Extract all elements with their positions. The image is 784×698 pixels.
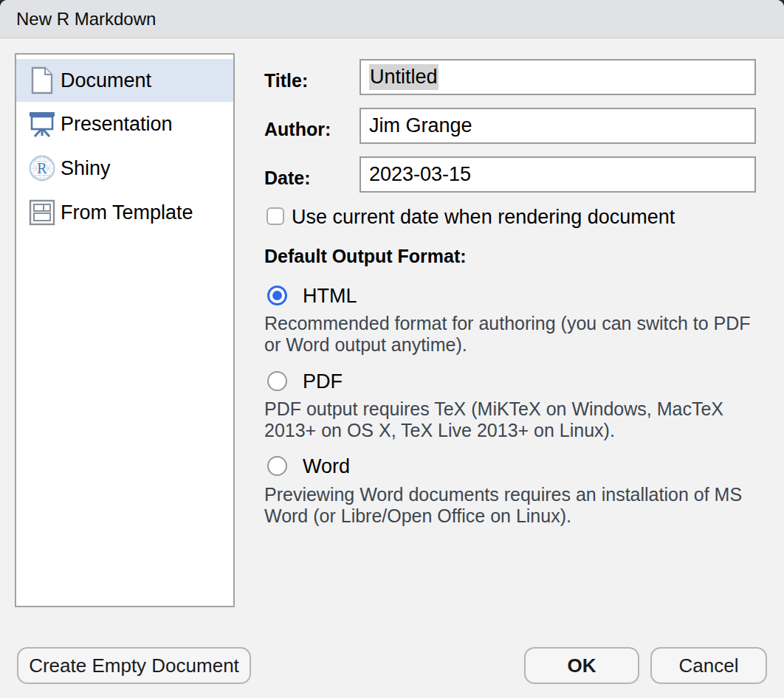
sidebar-item-label: Presentation (61, 113, 173, 136)
author-input[interactable]: Jim Grange (360, 108, 756, 144)
author-label: Author: (264, 119, 331, 140)
use-current-date-label: Use current date when rendering document (292, 206, 675, 229)
author-value: Jim Grange (369, 114, 472, 137)
document-icon (28, 66, 56, 95)
template-icon (28, 198, 56, 227)
word-description: Previewing Word documents requires an in… (264, 484, 757, 527)
output-format-heading: Default Output Format: (264, 246, 467, 267)
title-value: Untitled (369, 64, 439, 90)
create-empty-document-button[interactable]: Create Empty Document (17, 647, 251, 684)
html-radio-label[interactable]: HTML (303, 285, 357, 308)
new-rmarkdown-dialog: New R Markdown Document (0, 0, 784, 698)
word-radio-label[interactable]: Word (303, 455, 350, 478)
sidebar-item-label: Shiny (61, 157, 111, 180)
sidebar-item-document[interactable]: Document (16, 59, 233, 102)
document-type-list: Document Presentation R (15, 53, 235, 607)
html-description: Recommended format for authoring (you ca… (264, 313, 757, 356)
date-value: 2023-03-15 (369, 163, 471, 186)
sidebar-item-presentation[interactable]: Presentation (16, 103, 233, 145)
pdf-description: PDF output requires TeX (MiKTeX on Windo… (264, 398, 757, 441)
sidebar-item-from-template[interactable]: From Template (16, 191, 233, 234)
dialog-title: New R Markdown (16, 0, 156, 38)
html-radio[interactable] (267, 286, 287, 305)
pdf-radio-label[interactable]: PDF (303, 370, 343, 393)
word-radio[interactable] (267, 456, 287, 476)
presentation-icon (28, 109, 56, 139)
ok-button[interactable]: OK (524, 647, 639, 684)
sidebar-item-shiny[interactable]: R Shiny (16, 147, 233, 190)
dialog-titlebar: New R Markdown (0, 0, 784, 38)
shiny-icon: R (28, 153, 56, 183)
date-label: Date: (264, 167, 311, 189)
pdf-radio[interactable] (267, 371, 287, 391)
date-input[interactable]: 2023-03-15 (360, 156, 756, 193)
use-current-date-checkbox[interactable] (267, 207, 284, 225)
svg-text:R: R (37, 160, 47, 176)
title-input[interactable]: Untitled (360, 59, 756, 95)
sidebar-item-label: Document (61, 69, 151, 92)
sidebar-item-label: From Template (61, 201, 193, 224)
cancel-button[interactable]: Cancel (650, 647, 767, 684)
title-label: Title: (264, 70, 308, 91)
